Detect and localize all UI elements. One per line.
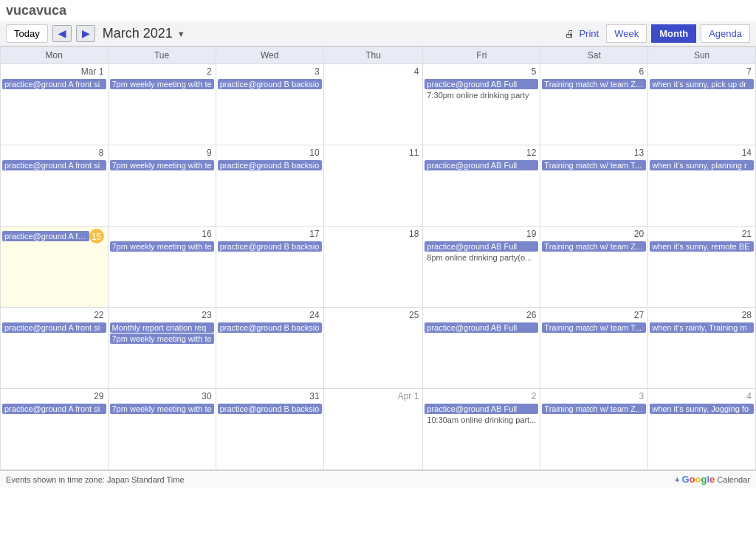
next-button[interactable]: ▶: [76, 25, 95, 42]
calendar-cell[interactable]: 29practice@ground A front si: [1, 389, 109, 470]
event[interactable]: practice@ground A front si: [2, 231, 89, 241]
week-view-button[interactable]: Week: [606, 24, 647, 43]
calendar-cell[interactable]: 15practice@ground A front si: [1, 227, 109, 308]
print-icon: [565, 28, 574, 39]
day-number: 21: [650, 228, 754, 240]
calendar-cell[interactable]: 11: [323, 145, 423, 227]
calendar-cell[interactable]: 3practice@ground B backsio: [216, 64, 323, 145]
agenda-view-button[interactable]: Agenda: [701, 24, 750, 43]
calendar-cell[interactable]: 3Training match w/ team Z...: [540, 389, 648, 470]
day-number: 9: [110, 147, 214, 159]
month-view-button[interactable]: Month: [651, 24, 696, 43]
event[interactable]: when it's sunny, pick up dr: [650, 79, 754, 89]
day-number: 6: [542, 66, 646, 77]
event[interactable]: practice@ground AB Full: [425, 160, 538, 170]
calendar-cell[interactable]: 28when it's rainly, Training m: [648, 308, 756, 389]
event[interactable]: when it's sunny, Jogging fo: [650, 404, 754, 414]
calendar-cell[interactable]: 23Monthly report criation req7pm weekly …: [108, 308, 216, 389]
calendar-cell[interactable]: Apr 1: [323, 389, 423, 470]
event[interactable]: practice@ground A front si: [2, 322, 106, 333]
day-header-tue: Tue: [108, 47, 216, 64]
day-header-thu: Thu: [323, 47, 423, 64]
event[interactable]: practice@ground A front si: [2, 404, 106, 414]
google-calendar-badge: + Google Calendar: [675, 474, 750, 485]
week-row-0: Mar 1practice@ground A front si27pm week…: [1, 64, 756, 145]
calendar-cell[interactable]: 17practice@ground B backsio: [216, 227, 323, 308]
calendar-cell[interactable]: 25: [323, 308, 423, 389]
event[interactable]: practice@ground B backsio: [218, 79, 322, 89]
calendar-cell[interactable]: 97pm weekly meeting with te: [108, 145, 216, 227]
event[interactable]: practice@ground A front si: [2, 160, 106, 170]
event[interactable]: when it's sunny, planning r: [650, 160, 754, 170]
calendar-cell[interactable]: 13Training match w/ team T...: [540, 145, 648, 227]
month-dropdown-arrow[interactable]: ▼: [177, 30, 185, 38]
event[interactable]: practice@ground AB Full: [425, 79, 538, 89]
event[interactable]: Training match w/ team Z...: [542, 241, 646, 252]
calendar-cell[interactable]: 7when it's sunny, pick up dr: [648, 64, 756, 145]
event[interactable]: 7pm weekly meeting with te: [110, 334, 214, 344]
event[interactable]: Monthly report criation req: [110, 322, 214, 333]
calendar-cell[interactable]: 20Training match w/ team Z...: [540, 227, 648, 308]
calendar-cell[interactable]: 19practice@ground AB Full8pm online drin…: [423, 227, 540, 308]
calendar-cell[interactable]: 22practice@ground A front si: [1, 308, 109, 389]
calendar-cell[interactable]: 8practice@ground A front si: [1, 145, 109, 227]
calendar-cell[interactable]: 10practice@ground B backsio: [216, 145, 323, 227]
event[interactable]: when it's rainly, Training m: [650, 322, 754, 333]
event[interactable]: practice@ground B backsio: [218, 160, 322, 170]
calendar-cell[interactable]: 24practice@ground B backsio: [216, 308, 323, 389]
day-number: 18: [326, 228, 422, 240]
event[interactable]: when it's sunny, remote BE: [650, 241, 754, 252]
event[interactable]: practice@ground B backsio: [218, 322, 322, 333]
day-number: 30: [110, 390, 214, 402]
calendar-cell[interactable]: 27Training match w/ team T...: [540, 308, 648, 389]
prev-button[interactable]: ◀: [52, 25, 72, 42]
event[interactable]: 10:30am online drinking part...: [425, 415, 538, 425]
event[interactable]: 7pm weekly meeting with te: [110, 404, 214, 414]
day-number: Mar 1: [2, 66, 106, 77]
event[interactable]: 7pm weekly meeting with te: [110, 241, 214, 252]
calendar-cell[interactable]: 167pm weekly meeting with te: [108, 227, 216, 308]
calendar-cell[interactable]: 31practice@ground B backsio: [216, 389, 323, 470]
event[interactable]: practice@ground B backsio: [218, 241, 322, 252]
event[interactable]: 7pm weekly meeting with te: [110, 160, 214, 170]
day-number: 2: [425, 390, 538, 402]
calendar-cell[interactable]: 26practice@ground AB Full: [423, 308, 540, 389]
day-number: 31: [218, 390, 322, 402]
today-button[interactable]: Today: [6, 24, 48, 43]
calendar-cell[interactable]: 27pm weekly meeting with te: [108, 64, 216, 145]
day-number: 19: [425, 228, 538, 240]
event[interactable]: practice@ground B backsio: [218, 404, 322, 414]
calendar-cell[interactable]: 2practice@ground AB Full10:30am online d…: [423, 389, 540, 470]
event[interactable]: Training match w/ team Z...: [542, 79, 646, 89]
day-number: 17: [218, 228, 322, 240]
calendar-cell[interactable]: 21when it's sunny, remote BE: [648, 227, 756, 308]
event[interactable]: 7:30pm online drinking party: [425, 90, 538, 100]
event[interactable]: Training match w/ team Z...: [542, 404, 646, 414]
calendar-cell[interactable]: 4when it's sunny, Jogging fo: [648, 389, 756, 470]
day-number: Apr 1: [326, 390, 422, 402]
calendar-cell[interactable]: 6Training match w/ team Z...: [540, 64, 648, 145]
event[interactable]: practice@ground A front si: [2, 79, 106, 89]
day-header-sat: Sat: [540, 47, 648, 64]
week-row-3: 22practice@ground A front si23Monthly re…: [1, 308, 756, 389]
event[interactable]: 7pm weekly meeting with te: [110, 79, 214, 89]
calendar-cell[interactable]: 4: [323, 64, 423, 145]
day-number: 24: [218, 309, 322, 321]
calendar-cell[interactable]: Mar 1practice@ground A front si: [1, 64, 109, 145]
event[interactable]: practice@ground AB Full: [425, 404, 538, 414]
day-number: 26: [425, 309, 538, 321]
event[interactable]: 8pm online drinking party(o...: [425, 252, 538, 263]
calendar-cell[interactable]: 5practice@ground AB Full7:30pm online dr…: [423, 64, 540, 145]
event[interactable]: Training match w/ team T...: [542, 322, 646, 333]
calendar-cell[interactable]: 12practice@ground AB Full: [423, 145, 540, 227]
calendar-cell[interactable]: 307pm weekly meeting with te: [108, 389, 216, 470]
calendar-cell[interactable]: 14when it's sunny, planning r: [648, 145, 756, 227]
print-button[interactable]: Print: [579, 28, 599, 39]
event[interactable]: practice@ground AB Full: [425, 322, 538, 333]
calendar-cell[interactable]: 18: [323, 227, 423, 308]
day-number: 29: [2, 390, 106, 402]
week-row-4: 29practice@ground A front si307pm weekly…: [1, 389, 756, 470]
month-label: March 2021: [103, 26, 173, 41]
event[interactable]: practice@ground AB Full: [425, 241, 538, 252]
event[interactable]: Training match w/ team T...: [542, 160, 646, 170]
